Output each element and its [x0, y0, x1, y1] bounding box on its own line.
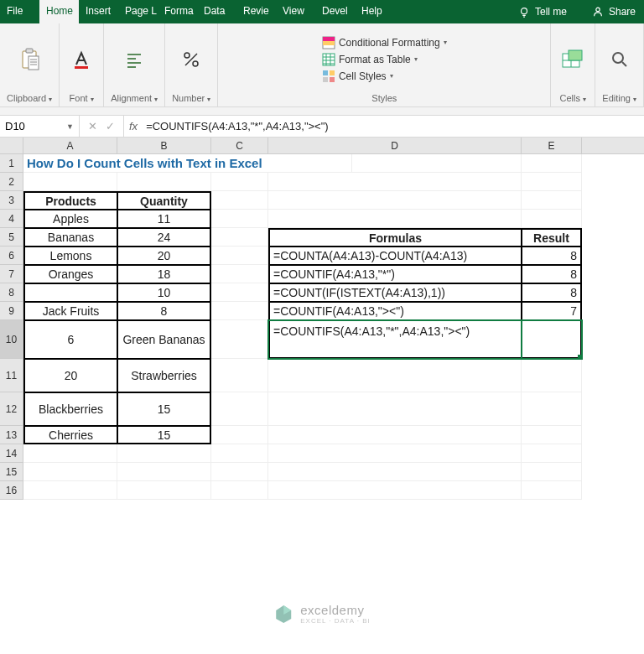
row-header[interactable]: 1 — [0, 154, 23, 173]
row-header[interactable]: 6 — [0, 247, 23, 265]
menu-tab-help[interactable]: Help — [355, 0, 394, 23]
row-header[interactable]: 11 — [0, 359, 23, 392]
alignment-button[interactable] — [119, 46, 149, 73]
cell[interactable]: =COUNTIF(A4:A13,"*") — [268, 265, 522, 283]
row-header[interactable]: 10 — [0, 320, 23, 359]
row-header[interactable]: 9 — [0, 302, 23, 320]
cell[interactable]: How Do I Count Cells with Text in Excel — [23, 154, 352, 173]
cell[interactable]: Result — [522, 228, 582, 247]
column-header[interactable]: A — [23, 138, 117, 153]
cell[interactable] — [522, 426, 582, 444]
chevron-down-icon[interactable]: ▾ — [154, 96, 158, 103]
cell[interactable] — [117, 173, 211, 191]
cell[interactable] — [211, 247, 268, 265]
cell[interactable] — [211, 302, 268, 320]
cell[interactable]: 24 — [117, 228, 211, 247]
cell[interactable] — [211, 444, 268, 463]
cell[interactable] — [268, 359, 522, 392]
row-header[interactable]: 8 — [0, 283, 23, 302]
column-header[interactable]: C — [211, 138, 268, 153]
chevron-down-icon[interactable]: ▾ — [49, 96, 52, 103]
cell[interactable] — [268, 481, 522, 500]
chevron-down-icon[interactable]: ▾ — [91, 96, 94, 103]
cell[interactable] — [522, 320, 582, 359]
cell[interactable]: Apples — [23, 210, 117, 228]
cell[interactable] — [522, 359, 582, 392]
row-header[interactable]: 15 — [0, 463, 23, 481]
column-header[interactable]: D — [268, 138, 522, 153]
row-header[interactable]: 12 — [0, 392, 23, 426]
cell[interactable] — [117, 463, 211, 481]
cell[interactable] — [522, 210, 582, 228]
spreadsheet-grid[interactable]: ABCDE 12345678910111213141516 How Do I C… — [0, 138, 644, 500]
cell[interactable] — [522, 191, 582, 210]
cell[interactable] — [522, 444, 582, 463]
cell[interactable] — [268, 173, 522, 191]
cell[interactable] — [268, 392, 522, 426]
cell[interactable]: 20 — [117, 247, 211, 265]
cell[interactable] — [211, 173, 268, 191]
cell[interactable] — [23, 173, 117, 191]
share-link[interactable]: Share — [609, 6, 636, 18]
cell[interactable]: Products — [23, 191, 117, 210]
cell[interactable]: 8 — [522, 247, 582, 265]
cell[interactable]: 8 — [117, 302, 211, 320]
cell[interactable]: Lemons — [23, 247, 117, 265]
chevron-down-icon[interactable]: ▼ — [66, 122, 74, 131]
cell[interactable] — [211, 191, 268, 210]
row-header[interactable]: 16 — [0, 481, 23, 500]
cell[interactable]: 10 — [117, 283, 211, 302]
column-header[interactable]: B — [117, 138, 211, 153]
name-box[interactable]: D10 ▼ — [0, 116, 80, 137]
cell[interactable] — [522, 463, 582, 481]
cell[interactable]: 15 — [117, 392, 211, 426]
row-header[interactable]: 7 — [0, 265, 23, 283]
row-header[interactable]: 14 — [0, 444, 23, 463]
cell[interactable] — [522, 392, 582, 426]
menu-tab-forma[interactable]: Forma — [158, 0, 197, 23]
cell[interactable] — [268, 463, 522, 481]
cell[interactable] — [211, 210, 268, 228]
cell[interactable] — [268, 191, 522, 210]
conditional-formatting-button[interactable]: Conditional Formatting ▾ — [320, 35, 449, 50]
cell[interactable] — [522, 154, 582, 173]
select-all-corner[interactable] — [0, 138, 23, 153]
cells-area[interactable]: How Do I Count Cells with Text in ExcelP… — [23, 154, 644, 500]
cell[interactable]: =COUNTIFS(A4:A13,"*",A4:A13,"><") — [268, 320, 522, 359]
cell[interactable] — [211, 392, 268, 426]
cell[interactable]: Strawberries — [117, 359, 211, 392]
chevron-down-icon[interactable]: ▾ — [207, 96, 210, 103]
cell[interactable] — [211, 228, 268, 247]
menu-tab-devel[interactable]: Devel — [315, 0, 355, 23]
row-header[interactable]: 4 — [0, 210, 23, 228]
cell[interactable] — [23, 463, 117, 481]
cell[interactable]: 15 — [117, 426, 211, 444]
formula-input[interactable]: =COUNTIFS(A4:A13,"*",A4:A13,"><") — [143, 120, 644, 132]
cell[interactable]: Quantity — [117, 191, 211, 210]
font-button[interactable] — [66, 46, 96, 73]
menu-tab-home[interactable]: Home — [39, 0, 79, 23]
menu-tab-insert[interactable]: Insert — [79, 0, 118, 23]
cell[interactable]: =COUNTIF(A4:A13,"><") — [268, 302, 522, 320]
number-button[interactable] — [176, 46, 206, 73]
cell[interactable] — [211, 283, 268, 302]
cell[interactable] — [117, 444, 211, 463]
cell[interactable]: 8 — [522, 265, 582, 283]
cell[interactable] — [268, 210, 522, 228]
cell[interactable]: 7 — [522, 302, 582, 320]
menu-tab-file[interactable]: File — [0, 0, 39, 23]
chevron-down-icon[interactable]: ▾ — [633, 96, 636, 103]
cell[interactable] — [23, 481, 117, 500]
cell[interactable]: Bananas — [23, 228, 117, 247]
menu-tab-data[interactable]: Data — [197, 0, 236, 23]
fx-label[interactable]: fx — [124, 120, 143, 132]
cell[interactable]: =COUNTA(A4:A13)-COUNT(A4:A13) — [268, 247, 522, 265]
cell[interactable]: Formulas — [268, 228, 522, 247]
cells-button[interactable] — [558, 46, 588, 73]
cell[interactable] — [522, 481, 582, 500]
cell[interactable]: Blackberries — [23, 392, 117, 426]
row-header[interactable]: 5 — [0, 228, 23, 247]
row-header[interactable]: 13 — [0, 426, 23, 444]
cell[interactable]: 6 — [23, 320, 117, 359]
menu-tab-revie[interactable]: Revie — [236, 0, 276, 23]
